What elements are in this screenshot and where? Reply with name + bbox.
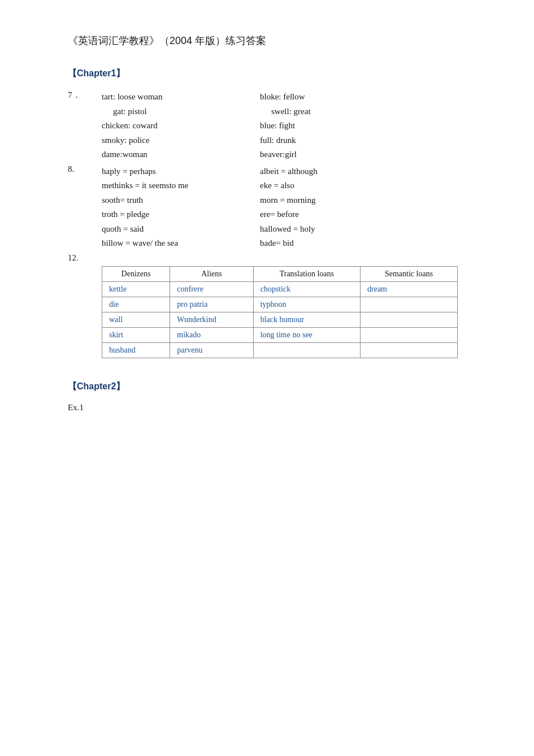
cell-translation-3: long time no see [253,327,360,342]
loans-table: Denizens Aliens Translation loans Semant… [102,266,458,358]
item7-left-2: chicken: coward [102,119,260,133]
item8-number: 8. [68,164,102,251]
cell-semantic-1 [361,297,458,312]
table-body: kettle confrere chopstick dream die pro … [102,281,458,358]
item8-left-2: sooth= truth [102,193,260,208]
col-semantic-loans: Semantic loans [361,266,458,281]
item8-right-3: ere= before [260,207,477,222]
item7-left-0: tart: loose woman [102,90,260,105]
item8-content: haply = perhaps methinks = it seemsto me… [102,164,477,251]
cell-denizens-4: husband [102,342,170,358]
cell-aliens-0: confrere [170,281,253,297]
item7-left-3: smoky: police [102,133,260,148]
table-header-row: Denizens Aliens Translation loans Semant… [102,266,458,281]
cell-denizens-2: wall [102,312,170,327]
item8-right-4: hallowed = holy [260,222,477,237]
item8-right-5: bade= bid [260,236,477,251]
table-row: husband parvenu [102,342,458,358]
item8-right-0: albeit = although [260,164,477,179]
item7-right-3: full: drunk [260,133,477,148]
main-title: 《英语词汇学教程》（2004 年版）练习答案 [68,34,477,47]
table-row: die pro patria typhoon [102,297,458,312]
item8-left-0: haply = perhaps [102,164,260,179]
cell-semantic-4 [361,342,458,358]
table-row: skirt mikado long time no see [102,327,458,342]
item7-right-2: blue: fight [260,119,477,133]
cell-aliens-4: parvenu [170,342,253,358]
item7-right-4: beaver:girl [260,147,477,162]
item7-right-0: bloke: fellow [260,90,477,105]
ex1-label: Ex.1 [68,403,477,412]
cell-denizens-3: skirt [102,327,170,342]
cell-semantic-3 [361,327,458,342]
page-container: 《英语词汇学教程》（2004 年版）练习答案 【Chapter1】 7． tar… [0,0,534,446]
cell-translation-0: chopstick [253,281,360,297]
item8-left-3: troth = pledge [102,207,260,222]
item8-left-4: quoth = said [102,222,260,237]
col-aliens: Aliens [170,266,253,281]
item8-left: haply = perhaps methinks = it seemsto me… [102,164,260,251]
item8-right: albeit = although eke = also morn = morn… [260,164,477,251]
item7-left-4: dame:woman [102,147,260,162]
item8-block: 8. haply = perhaps methinks = it seemsto… [68,164,477,251]
item8-right-2: morn = morning [260,193,477,208]
item7-content: tart: loose woman gat: pistol chicken: c… [102,90,477,162]
item8-left-5: billow = wave/ the sea [102,236,260,251]
item7-block: 7． tart: loose woman gat: pistol chicken… [68,90,477,162]
cell-denizens-0: kettle [102,281,170,297]
cell-aliens-1: pro patria [170,297,253,312]
item7-left: tart: loose woman gat: pistol chicken: c… [102,90,260,162]
cell-aliens-2: Wunderkind [170,312,253,327]
item8-left-1: methinks = it seemsto me [102,179,260,193]
item7-left-1: gat: pistol [102,105,260,119]
item7-number: 7． [68,90,102,162]
cell-translation-2: black humour [253,312,360,327]
table-row: kettle confrere chopstick dream [102,281,458,297]
item8-right-1: eke = also [260,179,477,193]
chapter2-heading: 【Chapter2】 [68,381,477,393]
cell-translation-4 [253,342,360,358]
cell-aliens-3: mikado [170,327,253,342]
cell-translation-1: typhoon [253,297,360,312]
item12-label: 12. [68,253,477,263]
table-row: wall Wunderkind black humour [102,312,458,327]
col-denizens: Denizens [102,266,170,281]
item7-right: bloke: fellow swell: great blue: fight f… [260,90,477,162]
cell-semantic-0: dream [361,281,458,297]
item7-right-1: swell: great [260,105,477,119]
chapter1-heading: 【Chapter1】 [68,68,477,80]
cell-semantic-2 [361,312,458,327]
cell-denizens-1: die [102,297,170,312]
col-translation-loans: Translation loans [253,266,360,281]
